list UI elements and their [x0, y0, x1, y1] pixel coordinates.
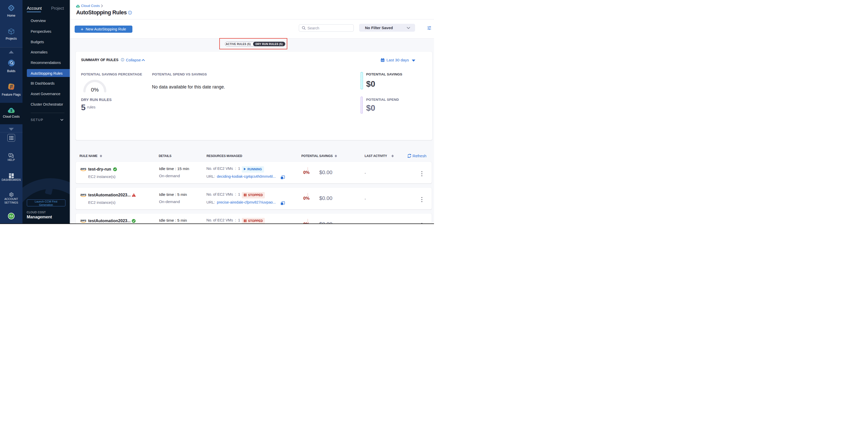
- svg-text:$: $: [77, 5, 79, 7]
- svg-text:?: ?: [10, 154, 11, 156]
- svg-text:$: $: [10, 109, 12, 113]
